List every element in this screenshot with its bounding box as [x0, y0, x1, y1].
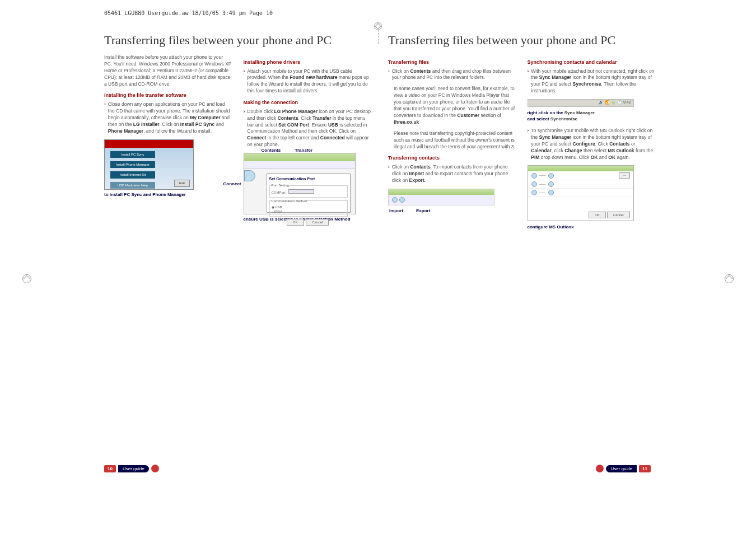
file-header: 05461 LGU880 Userguide.aw 18/10/05 3:49 … — [0, 0, 756, 16]
install-wizard-figure: Install PC Sync Install Phone Manager In… — [104, 139, 232, 198]
left-col-2: Installing phone drivers › Attach your m… — [244, 54, 372, 222]
install-software-text: Close down any open applications on your… — [108, 101, 232, 134]
convert-note: In some cases you'll need to convert fil… — [394, 86, 516, 125]
install-caption: to install PC Sync and Phone Manager — [104, 192, 232, 198]
crop-mark-right — [725, 274, 734, 283]
heading-transferring-files: Transferring files — [388, 59, 516, 66]
right-col-2: Synchronising contacts and calendar › Wi… — [528, 54, 656, 231]
bullet-icon: › — [528, 68, 529, 95]
transferring-files-text: Click on Contents and then drag and drop… — [392, 68, 516, 82]
heading-install-software: Installing the file transfer software — [104, 92, 232, 99]
bullet-icon: › — [388, 68, 390, 82]
transferring-contacts-text: Click on Contacts. To import contacts fr… — [392, 164, 516, 184]
user-guide-label: User guide — [606, 465, 637, 472]
fig-install-pcsync: Install PC Sync — [110, 151, 155, 158]
footer-right: User guide 11 — [596, 465, 651, 472]
outlook-config-figure: —— ⋯ —— —— OKCancel — [528, 165, 634, 221]
heading-sync: Synchronising contacts and calendar — [528, 59, 656, 66]
brand-icon — [151, 465, 159, 472]
system-tray-figure: 🔊 📶 🔋 🕘 9:42 — [528, 99, 634, 107]
bullet-icon: › — [244, 109, 245, 148]
crop-mark-top — [374, 22, 382, 30]
fig-usb-help: USB Modulator Help — [110, 182, 155, 189]
heading-transferring-contacts: Transferring contacts — [388, 154, 516, 162]
making-connection-text: Double click LG Phone Manager icon on yo… — [247, 109, 371, 148]
user-guide-label: User guide — [118, 465, 149, 472]
crop-mark-left — [22, 274, 31, 283]
footer-left: 10 User guide — [104, 465, 159, 472]
fig-install-phonemgr: Install Phone Manager — [110, 161, 155, 168]
anno-export: Export — [416, 208, 430, 214]
fig-install-internet: Install Internet Kit — [110, 171, 155, 178]
bullet-icon: › — [388, 164, 390, 184]
heading-making-connection: Making the connection — [244, 99, 372, 106]
install-drivers-text: Attach your mobile to your PC with the U… — [247, 68, 371, 95]
heading-install-drivers: Installing phone drivers — [244, 59, 372, 66]
left-col-1: Install the software before you attach y… — [104, 54, 232, 222]
outlook-sync-text: To synchronise your mobile with MS Outlo… — [531, 128, 655, 161]
brand-icon — [596, 465, 604, 472]
page-number: 11 — [639, 465, 651, 472]
copyright-note: Please note that transferring copyright-… — [394, 130, 516, 151]
right-col-1: Transferring files › Click on Contents a… — [388, 54, 516, 231]
comport-figure: Set Communication Port Port Setting COMP… — [244, 153, 356, 214]
page-title: Transferring files between your phone an… — [388, 33, 655, 48]
bullet-icon: › — [104, 101, 106, 134]
intro-text: Install the software before you attach y… — [104, 54, 232, 87]
tray-caption: right click on the Sync Manager and sele… — [528, 110, 656, 122]
anno-connect: Connect — [223, 181, 241, 187]
page-left: Transferring files between your phone an… — [104, 33, 371, 231]
page-title: Transferring files between your phone an… — [104, 33, 371, 48]
page-right: Transferring files between your phone an… — [388, 33, 655, 231]
bullet-icon: › — [244, 68, 245, 95]
sync-text: With your mobile attached but not connec… — [531, 68, 655, 95]
fig-exit-button: Exit — [174, 180, 190, 186]
anno-import: Import — [389, 208, 403, 214]
outlook-caption: configure MS Outlook — [528, 224, 656, 230]
page-number: 10 — [104, 465, 116, 472]
contacts-figure — [388, 189, 494, 205]
bullet-icon: › — [528, 128, 529, 161]
